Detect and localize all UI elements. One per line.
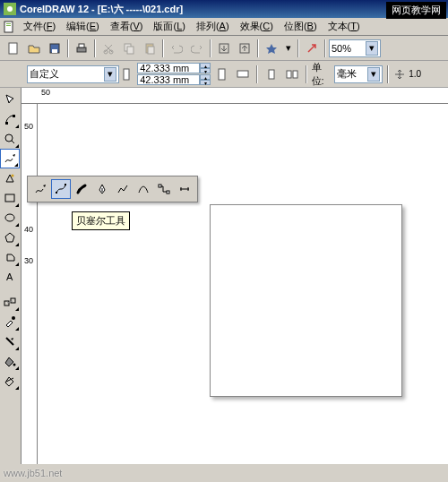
svg-point-29 xyxy=(5,214,14,221)
separator xyxy=(210,39,211,57)
page-facing-button[interactable] xyxy=(283,65,301,84)
outline-tool[interactable] xyxy=(0,331,20,351)
svg-rect-18 xyxy=(124,69,129,80)
menu-text[interactable]: 文本(T) xyxy=(323,18,366,35)
svg-rect-35 xyxy=(56,192,57,194)
chevron-down-icon[interactable]: ▾ xyxy=(366,41,378,56)
spin-down[interactable]: ▾ xyxy=(200,68,211,73)
portrait-button[interactable] xyxy=(213,65,231,84)
svg-rect-37 xyxy=(159,185,161,187)
svg-point-33 xyxy=(12,316,15,320)
import-button[interactable] xyxy=(214,39,234,58)
artistic-media-tool-flyout[interactable] xyxy=(72,179,91,199)
document-icon xyxy=(2,20,16,34)
property-bar: 自定义 ▾ 42.333 mm▴▾ 42.333 mm▴▾ 单位: 毫米 ▾ 1… xyxy=(0,61,448,88)
svg-rect-23 xyxy=(293,71,297,78)
save-button[interactable] xyxy=(45,39,65,58)
connector-tool-flyout[interactable] xyxy=(154,179,174,199)
smart-draw-tool[interactable] xyxy=(0,168,20,188)
titlebar: CorelDRAW 12 - [E:\六 -----\021.cdr] xyxy=(0,0,448,18)
blend-tool[interactable] xyxy=(0,292,20,312)
svg-rect-21 xyxy=(269,70,274,79)
page-rect xyxy=(210,204,402,397)
page-single-button[interactable] xyxy=(263,65,280,84)
page-height-input[interactable]: 42.333 mm xyxy=(137,74,200,85)
zoom-tool[interactable] xyxy=(0,129,20,149)
freehand-tool[interactable] xyxy=(0,149,20,168)
separator xyxy=(257,39,259,57)
separator xyxy=(67,39,69,57)
ruler-tick: 50 xyxy=(24,122,33,131)
separator xyxy=(256,65,258,83)
rectangle-tool[interactable] xyxy=(0,188,20,208)
unit-value: 毫米 xyxy=(337,67,357,81)
svg-point-27 xyxy=(12,175,14,177)
svg-rect-36 xyxy=(65,184,66,185)
menu-arrange[interactable]: 排列(A) xyxy=(191,18,235,35)
new-button[interactable] xyxy=(4,39,23,58)
interactive-fill-tool[interactable] xyxy=(0,371,20,391)
dimensions-group: 42.333 mm▴▾ 42.333 mm▴▾ xyxy=(137,63,211,85)
print-button[interactable] xyxy=(72,39,91,58)
menubar: 文件(F) 编辑(E) 查看(V) 版面(L) 排列(A) 效果(C) 位图(B… xyxy=(0,18,448,36)
svg-rect-8 xyxy=(77,47,86,52)
menu-file[interactable]: 文件(F) xyxy=(18,18,61,35)
watermark-bottom-left: www.jb51.net xyxy=(4,468,62,478)
svg-rect-3 xyxy=(6,23,11,24)
export-button[interactable] xyxy=(235,39,254,58)
svg-text:A: A xyxy=(6,271,13,282)
polygon-tool[interactable] xyxy=(0,228,20,247)
three-point-curve-flyout[interactable] xyxy=(134,179,153,199)
svg-point-26 xyxy=(5,134,13,142)
menu-bitmap[interactable]: 位图(B) xyxy=(279,18,323,35)
menu-view[interactable]: 查看(V) xyxy=(105,18,149,35)
ruler-horizontal[interactable]: 50 xyxy=(22,88,448,104)
dimension-tool-flyout[interactable] xyxy=(175,179,194,199)
zoom-combo[interactable]: 50% ▾ xyxy=(329,39,381,57)
basic-shapes-tool[interactable] xyxy=(0,247,20,267)
canvas-area[interactable]: 50 50 40 30 贝塞尔工具 xyxy=(22,88,448,464)
zoom-value: 50% xyxy=(332,43,351,54)
pick-tool[interactable] xyxy=(0,90,20,109)
dropdown-icon[interactable]: ▾ xyxy=(282,42,295,54)
undo-button[interactable] xyxy=(167,39,186,58)
standard-toolbar: ▾ 50% ▾ xyxy=(0,36,448,61)
paper-size-combo[interactable]: 自定义 ▾ xyxy=(27,65,119,83)
separator xyxy=(387,65,389,83)
separator xyxy=(162,39,164,57)
width-icon xyxy=(122,68,134,81)
menu-effects[interactable]: 效果(C) xyxy=(235,18,279,35)
ruler-vertical[interactable]: 50 40 30 xyxy=(22,104,38,464)
svg-rect-4 xyxy=(6,25,11,26)
pen-tool-flyout[interactable] xyxy=(92,179,112,199)
corel-online-button[interactable] xyxy=(302,39,322,58)
chevron-down-icon[interactable]: ▾ xyxy=(104,67,116,82)
page-width-input[interactable]: 42.333 mm xyxy=(137,63,200,73)
unit-combo[interactable]: 毫米 ▾ xyxy=(334,65,383,83)
spin-down[interactable]: ▾ xyxy=(200,80,211,85)
menu-edit[interactable]: 编辑(E) xyxy=(61,18,105,35)
svg-rect-25 xyxy=(13,115,15,117)
svg-rect-28 xyxy=(5,194,14,202)
open-button[interactable] xyxy=(24,39,44,58)
menu-layout[interactable]: 版面(L) xyxy=(148,18,190,35)
svg-rect-7 xyxy=(52,49,57,53)
svg-rect-19 xyxy=(219,69,225,80)
app-icon xyxy=(4,3,16,15)
text-tool[interactable]: A xyxy=(0,267,20,287)
chevron-down-icon[interactable]: ▾ xyxy=(367,67,380,82)
polyline-tool-flyout[interactable] xyxy=(113,179,133,199)
toolbox: A xyxy=(0,88,22,464)
ellipse-tool[interactable] xyxy=(0,208,20,228)
unit-label: 单位: xyxy=(312,61,332,88)
nudge-icon xyxy=(393,68,406,81)
bezier-tool-flyout[interactable] xyxy=(51,179,71,199)
fill-tool[interactable] xyxy=(0,351,20,371)
workspace: A 50 50 40 30 贝塞尔工具 xyxy=(0,88,448,464)
app-launcher-button[interactable] xyxy=(262,39,281,58)
eyedropper-tool[interactable] xyxy=(0,312,20,331)
shape-tool[interactable] xyxy=(0,109,20,129)
landscape-button[interactable] xyxy=(234,65,252,84)
freehand-tool-flyout[interactable] xyxy=(30,179,50,199)
redo-button[interactable] xyxy=(187,39,207,58)
